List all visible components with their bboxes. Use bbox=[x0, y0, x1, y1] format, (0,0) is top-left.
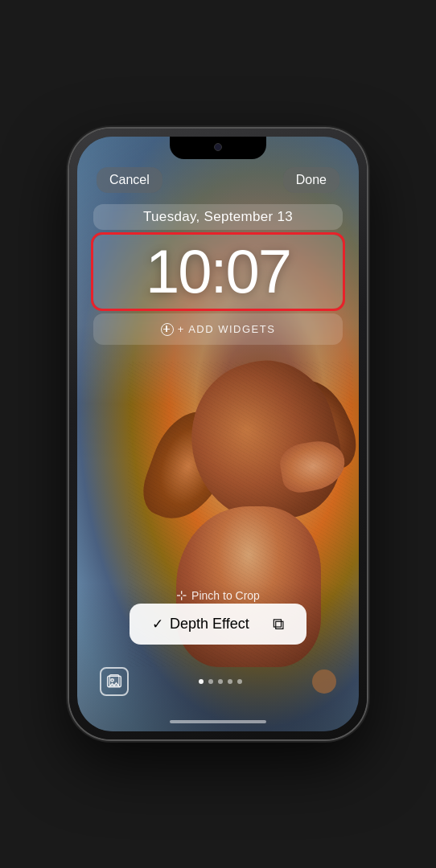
pinch-to-crop: ⊹ Pinch to Crop bbox=[176, 588, 260, 603]
done-button[interactable]: Done bbox=[283, 167, 339, 193]
dot-4[interactable] bbox=[228, 679, 232, 684]
crop-icon: ⊹ bbox=[176, 588, 187, 603]
layers-icon: ⧉ bbox=[273, 615, 284, 633]
ui-layer: Cancel Done Tuesday, September 13 10:07 bbox=[77, 137, 359, 731]
front-camera bbox=[214, 143, 222, 151]
time-box[interactable]: 10:07 bbox=[93, 235, 343, 309]
dot-3[interactable] bbox=[218, 679, 223, 684]
notch bbox=[170, 137, 266, 159]
dot-5[interactable] bbox=[237, 679, 242, 684]
phone-screen: Cancel Done Tuesday, September 13 10:07 bbox=[77, 137, 359, 731]
plus-circle-icon bbox=[161, 323, 174, 336]
add-widgets-pill[interactable]: + ADD WIDGETS bbox=[93, 313, 343, 345]
page-dots bbox=[199, 679, 242, 684]
home-indicator bbox=[170, 720, 266, 723]
wallpaper-thumbnail[interactable] bbox=[312, 669, 336, 694]
depth-effect-button[interactable]: ✓ Depth Effect ⧉ bbox=[130, 604, 306, 645]
cancel-button[interactable]: Cancel bbox=[97, 167, 162, 193]
dot-1[interactable] bbox=[199, 679, 204, 684]
photo-library-button[interactable] bbox=[100, 667, 129, 696]
add-widgets-text: + ADD WIDGETS bbox=[161, 323, 276, 335]
date-text: Tuesday, September 13 bbox=[143, 209, 293, 224]
depth-effect-label: Depth Effect bbox=[170, 616, 249, 633]
pinch-to-crop-label: Pinch to Crop bbox=[191, 589, 260, 602]
time-display: 10:07 bbox=[146, 237, 290, 305]
date-pill[interactable]: Tuesday, September 13 bbox=[93, 204, 343, 230]
date-area: Tuesday, September 13 bbox=[93, 204, 343, 230]
bottom-row bbox=[77, 667, 359, 696]
depth-effect-left: ✓ Depth Effect bbox=[152, 616, 249, 633]
widgets-area: + ADD WIDGETS bbox=[93, 313, 343, 345]
dot-2[interactable] bbox=[208, 679, 213, 684]
checkmark-icon: ✓ bbox=[152, 616, 163, 633]
time-area: 10:07 bbox=[93, 235, 343, 309]
phone-frame: Cancel Done Tuesday, September 13 10:07 bbox=[69, 129, 367, 739]
